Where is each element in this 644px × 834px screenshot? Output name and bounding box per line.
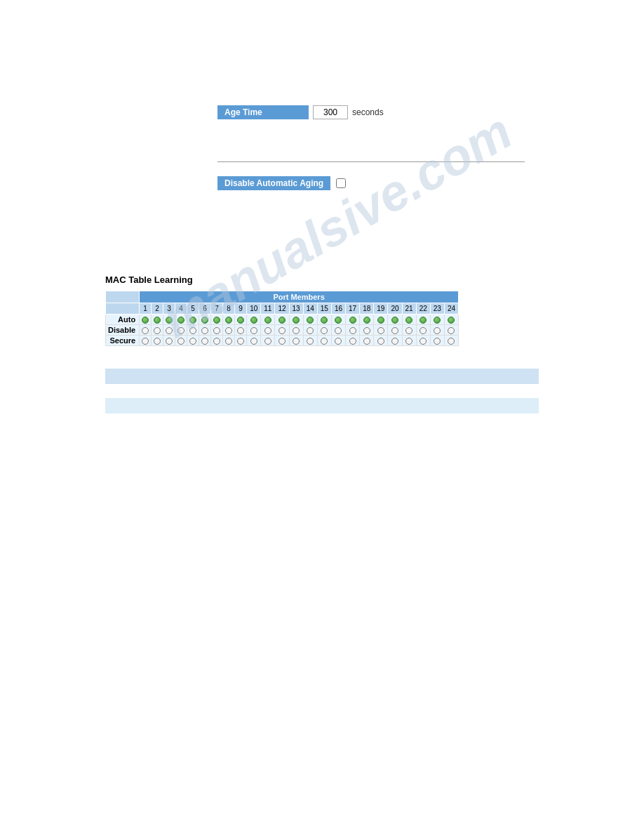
auto-p19[interactable] — [374, 315, 388, 325]
disable-p9[interactable] — [235, 325, 247, 336]
secure-p14[interactable] — [303, 336, 317, 346]
auto-p10[interactable] — [247, 315, 261, 325]
disable-label: Disable — [106, 325, 140, 336]
auto-p7[interactable] — [211, 315, 223, 325]
auto-p3[interactable] — [163, 315, 175, 325]
disable-p16[interactable] — [331, 325, 345, 336]
disable-p15[interactable] — [317, 325, 331, 336]
auto-p18[interactable] — [360, 315, 374, 325]
port-num-21: 21 — [402, 303, 416, 315]
port-num-19: 19 — [374, 303, 388, 315]
secure-p24[interactable] — [444, 336, 458, 346]
secure-p6[interactable] — [199, 336, 211, 346]
age-time-input[interactable] — [313, 105, 348, 119]
disable-p23[interactable] — [430, 325, 444, 336]
secure-label: Secure — [106, 336, 140, 346]
port-num-6: 6 — [199, 303, 211, 315]
secure-p10[interactable] — [247, 336, 261, 346]
port-num-17: 17 — [346, 303, 360, 315]
secure-p8[interactable] — [223, 336, 235, 346]
footer-bar-2 — [105, 398, 539, 413]
disable-p10[interactable] — [247, 325, 261, 336]
secure-p20[interactable] — [388, 336, 402, 346]
port-num-2: 2 — [152, 303, 163, 315]
secure-p21[interactable] — [402, 336, 416, 346]
secure-p2[interactable] — [152, 336, 163, 346]
mac-table-section: MAC Table Learning Port Members 1 2 3 4 … — [105, 274, 630, 346]
port-num-20: 20 — [388, 303, 402, 315]
auto-p5[interactable] — [187, 315, 199, 325]
port-num-24: 24 — [444, 303, 458, 315]
port-num-3: 3 — [163, 303, 175, 315]
disable-aging-checkbox[interactable] — [336, 178, 346, 188]
disable-p19[interactable] — [374, 325, 388, 336]
secure-p1[interactable] — [140, 336, 152, 346]
auto-p6[interactable] — [199, 315, 211, 325]
secure-p13[interactable] — [289, 336, 303, 346]
secure-p19[interactable] — [374, 336, 388, 346]
auto-p11[interactable] — [261, 315, 275, 325]
secure-p5[interactable] — [187, 336, 199, 346]
disable-p5[interactable] — [187, 325, 199, 336]
auto-p16[interactable] — [331, 315, 345, 325]
port-num-8: 8 — [223, 303, 235, 315]
port-num-9: 9 — [235, 303, 247, 315]
secure-p7[interactable] — [211, 336, 223, 346]
disable-p24[interactable] — [444, 325, 458, 336]
port-members-header: Port Members — [140, 291, 459, 303]
disable-p20[interactable] — [388, 325, 402, 336]
empty-header-cell — [106, 291, 140, 303]
disable-p7[interactable] — [211, 325, 223, 336]
port-num-13: 13 — [289, 303, 303, 315]
auto-p20[interactable] — [388, 315, 402, 325]
disable-p14[interactable] — [303, 325, 317, 336]
age-time-unit: seconds — [352, 107, 384, 117]
auto-p21[interactable] — [402, 315, 416, 325]
auto-p2[interactable] — [152, 315, 163, 325]
port-num-1: 1 — [140, 303, 152, 315]
disable-p4[interactable] — [175, 325, 187, 336]
disable-p22[interactable] — [416, 325, 430, 336]
secure-p11[interactable] — [261, 336, 275, 346]
auto-p14[interactable] — [303, 315, 317, 325]
auto-p22[interactable] — [416, 315, 430, 325]
secure-p17[interactable] — [346, 336, 360, 346]
port-num-7: 7 — [211, 303, 223, 315]
disable-p21[interactable] — [402, 325, 416, 336]
disable-p17[interactable] — [346, 325, 360, 336]
secure-p12[interactable] — [275, 336, 289, 346]
port-num-5: 5 — [187, 303, 199, 315]
disable-p3[interactable] — [163, 325, 175, 336]
auto-p12[interactable] — [275, 315, 289, 325]
disable-p1[interactable] — [140, 325, 152, 336]
secure-p15[interactable] — [317, 336, 331, 346]
secure-p22[interactable] — [416, 336, 430, 346]
auto-p13[interactable] — [289, 315, 303, 325]
disable-p2[interactable] — [152, 325, 163, 336]
disable-p11[interactable] — [261, 325, 275, 336]
port-num-10: 10 — [247, 303, 261, 315]
secure-p16[interactable] — [331, 336, 345, 346]
secure-p3[interactable] — [163, 336, 175, 346]
auto-p23[interactable] — [430, 315, 444, 325]
port-num-11: 11 — [261, 303, 275, 315]
disable-p12[interactable] — [275, 325, 289, 336]
disable-p18[interactable] — [360, 325, 374, 336]
secure-p23[interactable] — [430, 336, 444, 346]
disable-p13[interactable] — [289, 325, 303, 336]
secure-p4[interactable] — [175, 336, 187, 346]
secure-p18[interactable] — [360, 336, 374, 346]
auto-p9[interactable] — [235, 315, 247, 325]
auto-p4[interactable] — [175, 315, 187, 325]
auto-p15[interactable] — [317, 315, 331, 325]
mac-table-title: MAC Table Learning — [105, 274, 630, 285]
disable-p8[interactable] — [223, 325, 235, 336]
auto-p8[interactable] — [223, 315, 235, 325]
secure-p9[interactable] — [235, 336, 247, 346]
auto-p17[interactable] — [346, 315, 360, 325]
port-num-12: 12 — [275, 303, 289, 315]
auto-p1[interactable] — [140, 315, 152, 325]
disable-p6[interactable] — [199, 325, 211, 336]
auto-p24[interactable] — [444, 315, 458, 325]
age-time-section: Age Time seconds — [217, 105, 630, 119]
